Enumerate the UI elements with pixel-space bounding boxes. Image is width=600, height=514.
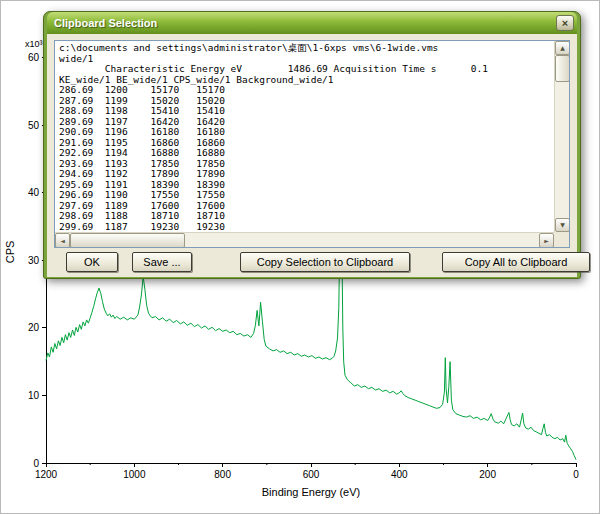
horizontal-scroll-thumb[interactable] xyxy=(70,233,185,248)
scroll-left-icon[interactable]: ◄ xyxy=(55,233,70,248)
dialog-titlebar[interactable]: Clipboard Selection × xyxy=(47,12,577,34)
x-tick-label: 200 xyxy=(479,469,496,480)
y-axis-label: CPS xyxy=(4,241,16,264)
y-tick-label: 40 xyxy=(28,187,40,198)
x-tick-label: 600 xyxy=(303,469,320,480)
y-axis-multiplier: x10³ xyxy=(25,39,43,49)
y-tick-label: 30 xyxy=(28,255,40,266)
application-window: 1200100080060040020000102030405060Bindin… xyxy=(0,0,600,514)
scroll-up-icon[interactable]: ▲ xyxy=(555,41,570,55)
x-axis-label: Binding Energy (eV) xyxy=(262,486,360,498)
y-tick-label: 60 xyxy=(28,52,40,63)
dialog-body: c:\documents and settings\administrator\… xyxy=(47,34,577,277)
copy-selection-button[interactable]: Copy Selection to Clipboard xyxy=(240,252,410,272)
clipboard-selection-dialog: Clipboard Selection × c:\documents and s… xyxy=(43,11,581,279)
x-tick-label: 800 xyxy=(214,469,231,480)
x-tick-label: 1000 xyxy=(123,469,146,480)
dialog-button-row: OK Save ... Copy Selection to Clipboard … xyxy=(54,252,570,272)
x-tick-label: 0 xyxy=(573,469,579,480)
y-tick-label: 50 xyxy=(28,120,40,131)
y-tick-label: 0 xyxy=(33,458,39,469)
dialog-title: Clipboard Selection xyxy=(47,17,556,29)
clipboard-text: c:\documents and settings\administrator\… xyxy=(55,41,569,234)
x-tick-label: 1200 xyxy=(35,469,58,480)
ok-button[interactable]: OK xyxy=(66,252,118,272)
scroll-down-icon[interactable]: ▼ xyxy=(555,218,570,232)
close-icon[interactable]: × xyxy=(556,15,574,31)
horizontal-scrollbar[interactable]: ◄ ► xyxy=(55,232,554,247)
x-tick-label: 400 xyxy=(391,469,408,480)
scroll-right-icon[interactable]: ► xyxy=(539,233,554,248)
vertical-scroll-thumb[interactable] xyxy=(555,55,570,82)
y-tick-label: 10 xyxy=(28,390,40,401)
clipboard-text-area[interactable]: c:\documents and settings\administrator\… xyxy=(54,40,570,248)
copy-all-button[interactable]: Copy All to Clipboard xyxy=(442,252,590,272)
scrollbar-corner xyxy=(554,232,569,247)
save-button[interactable]: Save ... xyxy=(132,252,192,272)
y-tick-label: 20 xyxy=(28,322,40,333)
vertical-scrollbar[interactable]: ▲ ▼ xyxy=(554,41,569,232)
